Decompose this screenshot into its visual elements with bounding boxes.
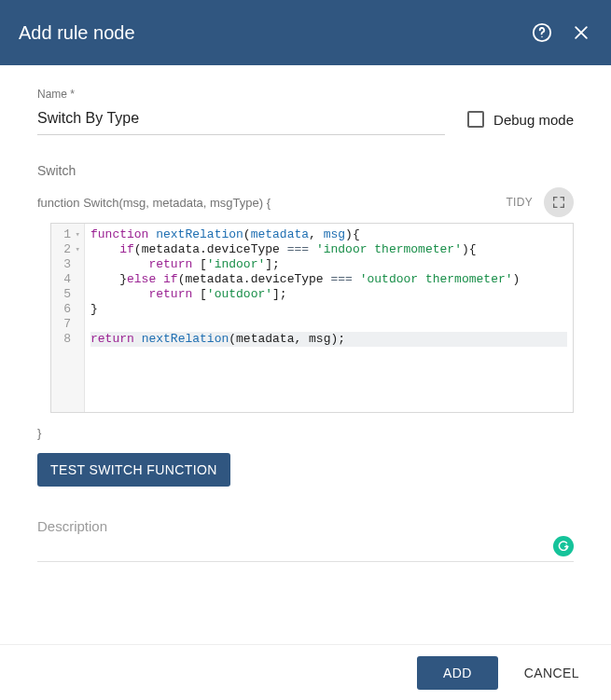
debug-label: Debug mode bbox=[493, 112, 574, 128]
description-input[interactable] bbox=[37, 534, 574, 562]
name-field: Name * bbox=[37, 88, 445, 135]
function-signature-row: function Switch(msg, metadata, msgType) … bbox=[37, 187, 574, 217]
name-input[interactable] bbox=[37, 104, 445, 135]
svg-point-1 bbox=[541, 36, 542, 37]
test-switch-function-button[interactable]: TEST SWITCH FUNCTION bbox=[37, 453, 230, 487]
titlebar-actions bbox=[531, 21, 592, 44]
name-label: Name * bbox=[37, 88, 445, 101]
grammarly-icon[interactable] bbox=[553, 536, 574, 556]
function-signature: function Switch(msg, metadata, msgType) … bbox=[37, 196, 271, 210]
gutter-line: 3 bbox=[57, 257, 80, 272]
cancel-button[interactable]: CANCEL bbox=[519, 656, 585, 690]
code-line: } bbox=[90, 302, 567, 317]
code-line: function nextRelation(metadata, msg){ bbox=[90, 227, 567, 242]
dialog-title: Add rule node bbox=[19, 22, 135, 44]
gutter-line: 4 bbox=[57, 272, 80, 287]
dialog: Add rule node Name * Debug mode Switch f… bbox=[0, 0, 611, 700]
gutter-line: 8 bbox=[57, 332, 80, 347]
code-line: if(metadata.deviceType === 'indoor therm… bbox=[90, 242, 567, 257]
gutter-line: 5 bbox=[57, 287, 80, 302]
editor-controls: TIDY bbox=[502, 187, 574, 217]
code-line: return nextRelation(metadata, msg); bbox=[90, 332, 567, 347]
function-closing-brace: } bbox=[37, 426, 574, 440]
code-line bbox=[90, 317, 567, 332]
debug-checkbox[interactable] bbox=[467, 111, 484, 128]
gutter-line: 6 bbox=[57, 302, 80, 317]
editor-code[interactable]: function nextRelation(metadata, msg){ if… bbox=[85, 224, 573, 412]
help-icon[interactable] bbox=[531, 21, 553, 44]
add-button[interactable]: ADD bbox=[417, 656, 498, 690]
code-line: }else if(metadata.deviceType === 'outdoo… bbox=[90, 272, 567, 287]
tidy-button[interactable]: TIDY bbox=[502, 192, 536, 213]
description-label: Description bbox=[37, 518, 574, 534]
close-icon[interactable] bbox=[570, 21, 592, 44]
titlebar: Add rule node bbox=[0, 0, 611, 65]
gutter-line: 7 bbox=[57, 317, 80, 332]
editor-gutter: 1▾2▾345678 bbox=[51, 224, 85, 412]
dialog-content: Name * Debug mode Switch function Switch… bbox=[0, 65, 611, 644]
code-line: return ['outdoor']; bbox=[90, 287, 567, 302]
code-line: return ['indoor']; bbox=[90, 257, 567, 272]
fullscreen-icon[interactable] bbox=[544, 187, 574, 217]
description-field: Description bbox=[37, 518, 574, 562]
debug-mode-field: Debug mode bbox=[467, 111, 574, 135]
gutter-line: 2▾ bbox=[57, 242, 80, 257]
switch-section-label: Switch bbox=[37, 163, 574, 178]
gutter-line: 1▾ bbox=[57, 227, 80, 242]
dialog-footer: ADD CANCEL bbox=[0, 644, 611, 700]
row-name-debug: Name * Debug mode bbox=[37, 88, 574, 135]
code-editor[interactable]: 1▾2▾345678 function nextRelation(metadat… bbox=[50, 223, 574, 413]
